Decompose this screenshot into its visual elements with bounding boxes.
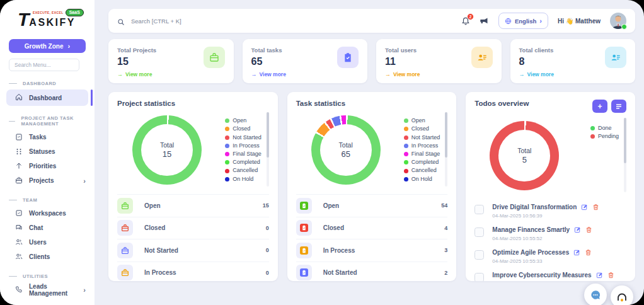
clients-icon: [15, 253, 23, 262]
edit-icon[interactable]: [596, 272, 603, 279]
legend-item[interactable]: Final Stage: [404, 150, 440, 158]
view-more-link[interactable]: View more: [117, 71, 152, 78]
legend-item[interactable]: On Hold: [225, 175, 262, 183]
support-widget-button[interactable]: [611, 285, 633, 305]
edit-icon[interactable]: [574, 226, 581, 233]
global-search-input[interactable]: [130, 17, 461, 25]
add-todo-button[interactable]: +: [592, 100, 607, 113]
view-more-link[interactable]: View more: [251, 71, 286, 78]
delete-icon[interactable]: [585, 226, 592, 233]
briefcase-icon: [117, 198, 133, 214]
logo-wordmark: ASKIFY: [29, 16, 76, 28]
growth-zone-button[interactable]: Growth Zone: [9, 39, 86, 53]
status-label: Not Started: [323, 269, 357, 276]
sidebar-item-workspaces[interactable]: Workspaces: [0, 206, 95, 221]
legend-dot: [404, 177, 408, 181]
sidebar-item-dashboard[interactable]: Dashboard: [6, 89, 88, 106]
legend-dot: [225, 135, 229, 140]
sidebar-section-utilities: UTILITIES: [9, 273, 95, 279]
edit-icon[interactable]: [581, 204, 588, 210]
sidebar-item-tasks[interactable]: Tasks: [0, 130, 95, 144]
status-label: In Process: [323, 247, 355, 254]
todos-chart-zone: Total5 Done Pending: [474, 115, 626, 196]
todo-checkbox[interactable]: [474, 273, 484, 281]
sidebar-item-leads-management[interactable]: Leads Management ›: [0, 282, 95, 297]
status-count: 2: [444, 270, 447, 276]
total-users-card: Total users 11 View more: [376, 39, 502, 83]
donut-center-value: 15: [163, 149, 171, 159]
sidebar-item-priorities[interactable]: Priorities: [0, 159, 95, 173]
language-selector[interactable]: English: [498, 13, 548, 29]
status-label: Not Started: [144, 247, 178, 254]
chart-legend: Open Closed Not Started In Process Final…: [225, 117, 262, 183]
sidebar-item-users[interactable]: Users: [0, 235, 95, 250]
sidebar-item-clients[interactable]: Clients: [0, 250, 95, 264]
legend-item[interactable]: Not Started: [404, 134, 440, 142]
chat-widget-button[interactable]: [584, 284, 607, 305]
taskify-logo[interactable]: EXECUTE, EXCEL SaaS T ASKIFY: [8, 9, 87, 33]
sidebar-item-projects[interactable]: Projects ›: [0, 173, 95, 188]
legend-item[interactable]: Completed: [225, 158, 262, 166]
legend-dot: [404, 135, 408, 140]
list-icon: [615, 103, 623, 110]
announcements-button[interactable]: [480, 16, 489, 26]
sidebar-item-statuses[interactable]: Statuses: [0, 144, 95, 159]
legend-item[interactable]: In Process: [225, 142, 262, 150]
todo-checkbox[interactable]: [474, 227, 484, 237]
donut-center-label: Total: [517, 147, 531, 154]
legend-item[interactable]: Cancelled: [225, 166, 262, 175]
legend-scrollbar[interactable]: [624, 118, 626, 192]
status-label: Open: [323, 202, 340, 209]
legend-dot: [404, 169, 408, 173]
sidebar-search-input[interactable]: [9, 59, 79, 71]
legend-scrollbar[interactable]: [445, 112, 447, 187]
sidebar-item-chat[interactable]: Chat: [0, 221, 95, 235]
delete-icon[interactable]: [607, 272, 614, 279]
legend-dot: [225, 152, 229, 156]
edit-icon[interactable]: [573, 249, 580, 256]
legend-dot: [225, 177, 229, 181]
card-title: Task statistics: [296, 100, 448, 107]
avatar[interactable]: [610, 13, 626, 29]
legend-dot: [590, 126, 595, 130]
todo-checkbox[interactable]: [474, 205, 484, 214]
todo-checkbox[interactable]: [474, 250, 484, 260]
todo-list-button[interactable]: [611, 100, 626, 113]
legend-scrollbar[interactable]: [267, 112, 269, 187]
todo-timestamp: 04-Mar-2025 10:55:52: [492, 236, 592, 241]
legend-item[interactable]: Final Stage: [225, 150, 262, 158]
todos-overview-card: Todos overview + Total5 Done Pending: [466, 92, 635, 281]
delete-icon[interactable]: [585, 249, 592, 256]
legend-item[interactable]: In Process: [404, 142, 440, 150]
legend-dot: [225, 118, 229, 123]
legend-item[interactable]: Closed: [404, 125, 440, 133]
client-card-icon: [605, 47, 626, 68]
view-more-link[interactable]: View more: [519, 71, 554, 78]
legend-item[interactable]: Pending: [590, 132, 619, 141]
total-clients-card: Total clients 8 View more: [510, 39, 636, 83]
task-statistics-card: Task statistics Total65 Open Closed Not …: [287, 92, 457, 281]
legend-item[interactable]: On Hold: [404, 175, 440, 183]
todos-donut-chart: Total5: [490, 121, 559, 190]
legend-dot: [404, 144, 408, 148]
todos-list: Drive Digital Transformation 04-Mar-2025…: [474, 204, 626, 281]
user-card-icon: [471, 47, 493, 68]
arrow-up-icon: [15, 162, 23, 171]
briefcase-icon: [117, 265, 133, 280]
legend-item[interactable]: Completed: [404, 158, 440, 166]
megaphone-icon: [480, 16, 489, 26]
legend-item[interactable]: Open: [404, 117, 440, 125]
legend-item[interactable]: Done: [590, 124, 619, 132]
view-more-link[interactable]: View more: [385, 71, 420, 78]
total-projects-card: Total Projects 15 View more: [108, 39, 234, 83]
legend-item[interactable]: Not Started: [225, 134, 262, 142]
delete-icon[interactable]: [592, 204, 599, 210]
legend-dot: [404, 152, 408, 156]
donut-center-label: Total: [160, 141, 174, 149]
legend-item[interactable]: Open: [225, 117, 262, 125]
sidebar-item-label: Workspaces: [29, 210, 66, 217]
notifications-button[interactable]: 2: [461, 16, 470, 25]
legend-item[interactable]: Closed: [225, 125, 262, 133]
legend-item[interactable]: Cancelled: [404, 166, 440, 175]
task-donut-chart: Total65: [311, 115, 381, 185]
